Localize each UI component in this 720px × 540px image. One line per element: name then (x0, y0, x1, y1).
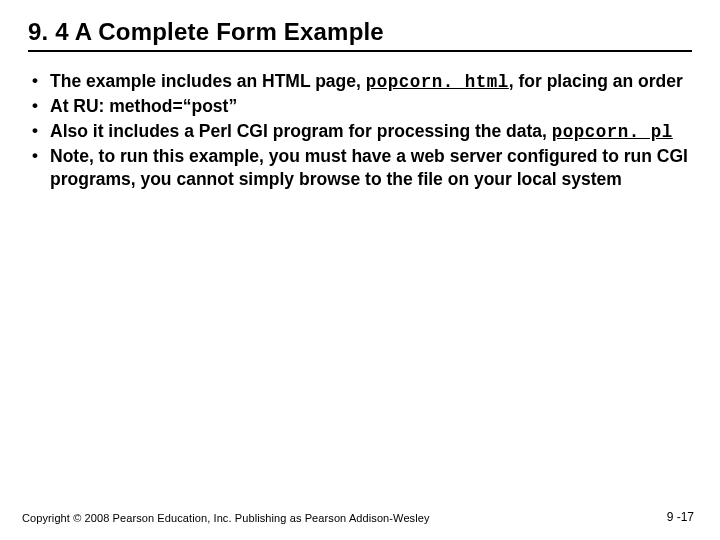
title-divider (28, 50, 692, 52)
list-item: The example includes an HTML page, popco… (28, 70, 692, 93)
slide-container: 9. 4 A Complete Form Example The example… (0, 0, 720, 190)
bullet-text: , for placing an order (509, 71, 683, 91)
bullet-text: Note, to run this example, you must have… (50, 146, 688, 188)
page-title: 9. 4 A Complete Form Example (28, 18, 692, 46)
bullet-list: The example includes an HTML page, popco… (28, 70, 692, 190)
code-filename: popcorn. pl (552, 122, 673, 142)
bullet-text: At RU: method=“post” (50, 96, 237, 116)
list-item: Note, to run this example, you must have… (28, 145, 692, 190)
footer-copyright: Copyright © 2008 Pearson Education, Inc.… (22, 512, 430, 524)
list-item: Also it includes a Perl CGI program for … (28, 120, 692, 143)
list-item: At RU: method=“post” (28, 95, 692, 117)
code-filename: popcorn. html (366, 72, 509, 92)
page-number: 9 -17 (667, 510, 694, 524)
bullet-text: Also it includes a Perl CGI program for … (50, 121, 552, 141)
bullet-text: The example includes an HTML page, (50, 71, 366, 91)
